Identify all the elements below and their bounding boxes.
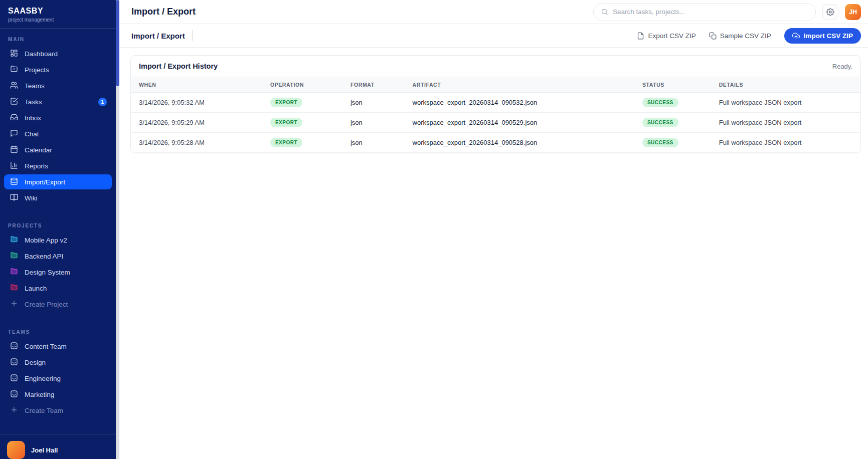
search-box[interactable]: [593, 3, 816, 21]
cell-operation: EXPORT: [262, 93, 342, 113]
topbar: Import / Export JH: [119, 0, 868, 24]
section-label-main: MAIN: [8, 37, 108, 42]
breadcrumb-divider: [192, 30, 193, 41]
sidebar-item-wiki[interactable]: Wiki: [4, 190, 112, 205]
column-header-operation: OPERATION: [262, 77, 342, 93]
sidebar-scrollbar-thumb[interactable]: [116, 0, 119, 86]
create-project-label: Create Project: [25, 301, 68, 308]
cell-details: Full workspace JSON export: [711, 113, 860, 133]
import-csv-zip-button[interactable]: Import CSV ZIP: [784, 28, 861, 44]
brand-name: SAASBY: [8, 7, 108, 16]
project-label: Mobile App v2: [25, 237, 67, 244]
project-folder-icon: [10, 284, 18, 293]
plus-icon: [10, 300, 18, 309]
sample-csv-zip-label: Sample CSV ZIP: [720, 32, 771, 40]
cell-artifact: workspace_export_20260314_090532.json: [405, 93, 634, 113]
status-badge: SUCCESS: [642, 138, 678, 147]
dashboard-icon: [10, 49, 18, 59]
operation-badge: EXPORT: [270, 98, 302, 107]
search-input[interactable]: [613, 8, 808, 16]
sidebar-team-design[interactable]: Design: [4, 355, 112, 370]
cloud-upload-icon: [792, 32, 800, 40]
create-project-button[interactable]: Create Project: [4, 297, 112, 312]
team-label: Marketing: [25, 391, 54, 398]
project-label: Design System: [25, 269, 70, 276]
project-folder-icon: [10, 268, 18, 277]
operation-badge: EXPORT: [270, 118, 302, 127]
operation-badge: EXPORT: [270, 138, 302, 147]
column-header-status: STATUS: [634, 77, 711, 93]
chat-bubble-icon: [10, 129, 18, 139]
content-area: Import / Export History Ready. WHEN OPER…: [119, 48, 868, 459]
bar-chart-icon: [10, 161, 18, 171]
sample-csv-zip-button[interactable]: Sample CSV ZIP: [709, 32, 771, 40]
sidebar-item-tasks[interactable]: Tasks 1: [4, 94, 112, 109]
history-card-title: Import / Export History: [139, 62, 218, 70]
project-folder-icon: [10, 252, 18, 261]
column-header-format: FORMAT: [342, 77, 405, 93]
cell-format: json: [342, 113, 405, 133]
cell-artifact: workspace_export_20260314_090529.json: [405, 113, 634, 133]
sidebar: SAASBY project management MAIN Dashboard…: [0, 0, 119, 459]
sidebar-team-content-team[interactable]: Content Team: [4, 339, 112, 354]
status-badge: SUCCESS: [642, 98, 678, 107]
sidebar-team-marketing[interactable]: Marketing: [4, 387, 112, 402]
status-badge: SUCCESS: [642, 118, 678, 127]
page-title: Import / Export: [131, 7, 196, 17]
sidebar-item-label: Inbox: [25, 114, 41, 122]
cell-operation: EXPORT: [262, 113, 342, 133]
sidebar-user-row[interactable]: Joel Hall: [0, 434, 116, 459]
sidebar-project-launch[interactable]: Launch: [4, 281, 112, 296]
main-area: Import / Export JH Import / Export Expor…: [119, 0, 868, 459]
cell-details: Full workspace JSON export: [711, 133, 860, 153]
cell-when: 3/14/2026, 9:05:29 AM: [131, 113, 262, 133]
sidebar-item-projects[interactable]: Projects: [4, 62, 112, 77]
sidebar-team-engineering[interactable]: Engineering: [4, 371, 112, 386]
team-label: Design: [25, 359, 46, 366]
toolbar: Import / Export Export CSV ZIP Sample CS…: [119, 24, 868, 48]
sidebar-item-inbox[interactable]: Inbox: [4, 110, 112, 125]
sidebar-item-dashboard[interactable]: Dashboard: [4, 46, 112, 61]
sidebar-item-chat[interactable]: Chat: [4, 126, 112, 141]
team-smile-icon: [10, 342, 18, 351]
inbox-icon: [10, 113, 18, 123]
brand-block: SAASBY project management: [0, 0, 116, 29]
column-header-artifact: ARTIFACT: [405, 77, 634, 93]
sidebar-item-import-export[interactable]: Import/Export: [4, 174, 112, 189]
sidebar-project-backend-api[interactable]: Backend API: [4, 249, 112, 264]
sidebar-item-label: Chat: [25, 130, 39, 138]
sidebar-item-label: Dashboard: [25, 50, 58, 58]
sidebar-item-calendar[interactable]: Calendar: [4, 142, 112, 157]
cell-when: 3/14/2026, 9:05:28 AM: [131, 133, 262, 153]
create-team-button[interactable]: Create Team: [4, 403, 112, 418]
history-table: WHEN OPERATION FORMAT ARTIFACT STATUS DE…: [131, 77, 860, 153]
file-icon: [637, 32, 644, 40]
calendar-icon: [10, 145, 18, 155]
breadcrumb: Import / Export: [131, 32, 185, 40]
cell-details: Full workspace JSON export: [711, 93, 860, 113]
cell-status: SUCCESS: [634, 133, 711, 153]
cell-format: json: [342, 133, 405, 153]
sidebar-item-label: Calendar: [25, 146, 52, 154]
section-label-teams: TEAMS: [8, 329, 108, 335]
sidebar-project-mobile-app-v2[interactable]: Mobile App v2: [4, 233, 112, 248]
user-avatar-badge[interactable]: JH: [845, 4, 861, 20]
copy-icon: [709, 32, 717, 40]
sidebar-item-label: Reports: [25, 162, 48, 170]
export-csv-zip-button[interactable]: Export CSV ZIP: [637, 32, 696, 40]
sidebar-item-reports[interactable]: Reports: [4, 158, 112, 173]
section-label-projects: PROJECTS: [8, 223, 108, 228]
project-label: Backend API: [25, 253, 63, 260]
cell-format: json: [342, 93, 405, 113]
history-card: Import / Export History Ready. WHEN OPER…: [130, 55, 861, 153]
column-header-when: WHEN: [131, 77, 262, 93]
check-square-icon: [10, 97, 18, 107]
sidebar-item-label: Import/Export: [25, 178, 65, 186]
search-icon: [601, 8, 608, 16]
sidebar-project-design-system[interactable]: Design System: [4, 265, 112, 280]
sidebar-item-teams[interactable]: Teams: [4, 78, 112, 93]
database-icon: [10, 177, 18, 187]
history-status-text: Ready.: [832, 63, 852, 70]
settings-button[interactable]: [822, 4, 838, 20]
brand-tagline: project management: [8, 17, 108, 23]
